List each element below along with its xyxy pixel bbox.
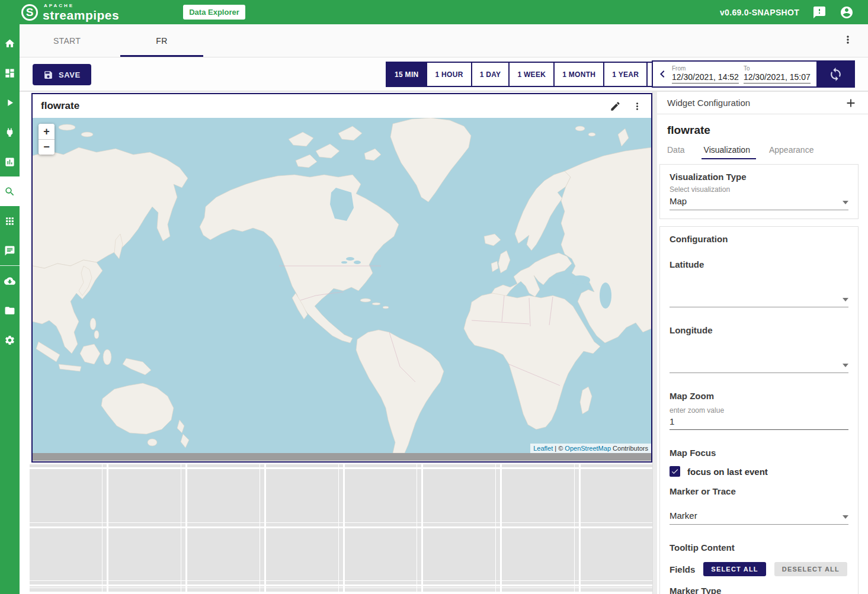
dashboard-tabbar: START FR xyxy=(20,24,868,57)
chart-icon xyxy=(4,156,15,168)
streampipes-logo: S APACHE streampipes xyxy=(21,4,119,21)
tab-appearance[interactable]: Appearance xyxy=(769,145,814,159)
folder-icon xyxy=(4,305,15,316)
account-icon[interactable] xyxy=(840,5,854,20)
marker-or-trace-select[interactable]: Marker xyxy=(670,510,848,525)
grid-cell xyxy=(30,464,107,467)
checkbox-checked-icon[interactable] xyxy=(670,466,680,477)
date-to-value[interactable]: 12/30/2021, 15:07 xyxy=(744,72,811,84)
grid-cell xyxy=(187,528,264,585)
grid-cell xyxy=(423,586,500,592)
grid-cell xyxy=(108,469,185,526)
map-zoom-label: Map Zoom xyxy=(670,391,848,401)
tab-fr[interactable]: FR xyxy=(114,24,209,57)
panel-tabs: Data Visualization Appearance xyxy=(667,145,868,159)
grid-cell xyxy=(187,464,264,467)
grid-cell xyxy=(423,528,500,585)
zoom-out-button[interactable]: − xyxy=(39,139,55,155)
time-range-15min[interactable]: 15 MIN xyxy=(386,62,427,87)
visualization-type-value: Map xyxy=(670,196,843,207)
zoom-in-button[interactable]: + xyxy=(39,124,55,139)
app-header: S APACHE streampipes Data Explorer v0.69… xyxy=(0,0,868,24)
visualization-type-card: Visualization Type Select visualization … xyxy=(659,164,859,219)
sidebar-item-live-dashboard[interactable] xyxy=(0,147,20,176)
chat-icon xyxy=(4,245,15,256)
latitude-select[interactable] xyxy=(670,293,848,307)
sidebar-item-data-explorer[interactable] xyxy=(0,176,20,206)
select-all-button[interactable]: SELECT ALL xyxy=(703,562,765,576)
save-button[interactable]: SAVE xyxy=(33,64,91,85)
sidebar-item-notifications[interactable] xyxy=(0,236,20,265)
visualization-type-heading: Visualization Type xyxy=(670,172,848,182)
refresh-button[interactable] xyxy=(816,60,855,88)
select-visualization-hint: Select visualization xyxy=(670,185,848,194)
widget-title: flowrate xyxy=(41,100,79,112)
widget-menu-icon[interactable] xyxy=(632,101,643,112)
widget-config-panel: Widget Configuration flowrate Data Visua… xyxy=(657,92,868,594)
grid-cell xyxy=(187,469,264,526)
tabbar-menu-button[interactable] xyxy=(842,34,854,48)
add-widget-icon[interactable] xyxy=(844,97,857,110)
time-range-1hour[interactable]: 1 HOUR xyxy=(427,62,471,87)
sidebar-item-settings[interactable] xyxy=(0,325,20,355)
grid-cell xyxy=(423,469,500,526)
sidebar-item-dashboard[interactable] xyxy=(0,58,20,88)
configuration-heading: Configuration xyxy=(670,234,848,244)
sidebar-item-pipelines[interactable] xyxy=(0,88,20,117)
grid-cell xyxy=(30,469,107,526)
edit-pencil-icon[interactable] xyxy=(610,101,621,112)
time-range-1month[interactable]: 1 MONTH xyxy=(554,62,604,87)
refresh-icon xyxy=(828,67,843,82)
widget-horizontal-scrollbar[interactable] xyxy=(33,453,651,461)
tooltip-fields-row: Fields SELECT ALL DESELECT ALL xyxy=(670,562,848,576)
time-range-group: 15 MIN 1 HOUR 1 DAY 1 WEEK 1 MONTH 1 YEA… xyxy=(386,62,696,87)
sidebar-item-files[interactable] xyxy=(0,296,20,325)
focus-last-event-checkbox-row[interactable]: focus on last event xyxy=(670,466,848,477)
map-zoom-control: + − xyxy=(39,124,55,155)
logo-apache-text: APACHE xyxy=(44,4,119,8)
play-icon xyxy=(4,97,15,108)
fields-label: Fields xyxy=(670,564,695,574)
dashboard-icon xyxy=(4,68,15,79)
grid-cell xyxy=(581,464,658,467)
time-range-1year[interactable]: 1 YEAR xyxy=(604,62,647,87)
grid-cell xyxy=(345,528,422,585)
chevron-down-icon xyxy=(843,515,848,519)
sidebar-item-apps[interactable] xyxy=(0,206,20,236)
chevron-left-icon[interactable] xyxy=(655,67,670,81)
panel-scrollbar[interactable] xyxy=(652,92,657,594)
longitude-value xyxy=(670,359,843,370)
sidebar-item-home[interactable] xyxy=(0,28,20,58)
sidebar-item-install-elements[interactable] xyxy=(0,266,20,296)
sidebar-item-connect[interactable] xyxy=(0,117,20,147)
grid-cell xyxy=(345,469,422,526)
grid-cell xyxy=(108,586,185,592)
date-from-value[interactable]: 12/30/2021, 14:52 xyxy=(672,72,739,84)
longitude-select[interactable] xyxy=(670,359,848,373)
deselect-all-button[interactable]: DESELECT ALL xyxy=(774,562,847,576)
time-range-1day[interactable]: 1 DAY xyxy=(472,62,510,87)
focus-last-event-label: focus on last event xyxy=(687,467,768,477)
home-icon xyxy=(4,38,15,49)
grid-cell xyxy=(581,586,658,592)
version-label: v0.69.0-SNAPSHOT xyxy=(720,8,799,17)
osm-link[interactable]: OpenStreetMap xyxy=(565,445,611,452)
leaflet-link[interactable]: Leaflet xyxy=(533,445,553,452)
grid-cell xyxy=(502,469,579,526)
feedback-icon[interactable] xyxy=(812,5,827,20)
map-zoom-input[interactable]: 1 xyxy=(670,416,848,430)
grid-cell xyxy=(266,586,343,592)
plug-icon xyxy=(4,127,15,138)
date-from-field[interactable]: From 12/30/2021, 14:52 xyxy=(672,65,739,84)
tab-visualization[interactable]: Visualization xyxy=(704,145,750,159)
date-to-field[interactable]: To 12/30/2021, 15:07 xyxy=(744,65,811,84)
flowrate-widget: flowrate xyxy=(31,93,652,463)
chevron-down-icon xyxy=(843,364,848,367)
date-from-label: From xyxy=(672,65,739,72)
time-range-1week[interactable]: 1 WEEK xyxy=(509,62,554,87)
leaflet-map[interactable]: + − Leaflet | © OpenStreetMap Contributo… xyxy=(33,118,651,453)
grid-cell xyxy=(108,464,185,467)
visualization-type-select[interactable]: Map xyxy=(670,196,848,210)
tab-start[interactable]: START xyxy=(20,24,114,57)
tab-data[interactable]: Data xyxy=(667,145,685,159)
